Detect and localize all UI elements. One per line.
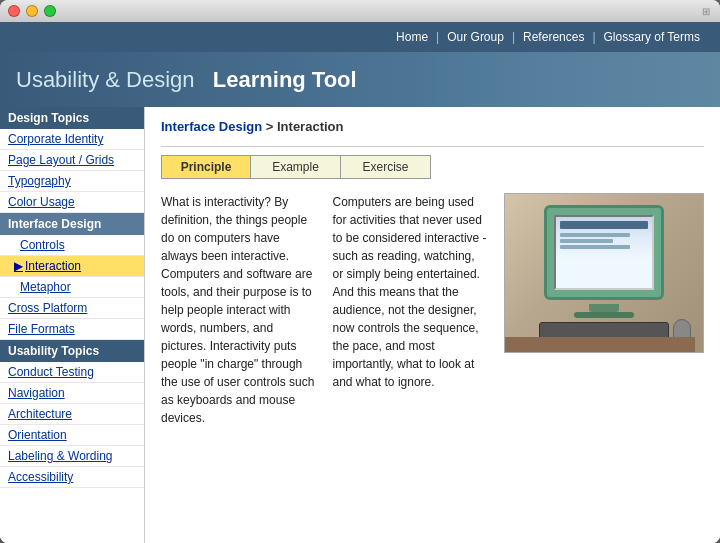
sidebar-item-conduct-testing[interactable]: Conduct Testing	[0, 362, 144, 383]
text-columns: What is interactivity? By definition, th…	[161, 193, 488, 427]
table	[505, 337, 695, 352]
close-button[interactable]	[8, 5, 20, 17]
sidebar-item-orientation[interactable]: Orientation	[0, 425, 144, 446]
sidebar-item-accessibility[interactable]: Accessibility	[0, 467, 144, 488]
breadcrumb-page: Interaction	[277, 119, 343, 134]
tabs-row: Principle Example Exercise	[161, 155, 704, 179]
screen-bar-4	[560, 245, 630, 249]
monitor-base	[574, 312, 634, 318]
site-title: Usability & Design Learning Tool	[16, 67, 357, 93]
main-layout: Design Topics Corporate Identity Page La…	[0, 107, 720, 543]
sidebar-item-cross-platform[interactable]: Cross Platform	[0, 298, 144, 319]
top-nav: Home | Our Group | References | Glossary…	[0, 22, 720, 52]
sidebar-item-typography[interactable]: Typography	[0, 171, 144, 192]
text-right: Computers are being used for activities …	[333, 193, 489, 427]
header-bg	[420, 52, 720, 107]
breadcrumb-separator: >	[266, 119, 277, 134]
title-normal: Usability & Design	[16, 67, 195, 92]
nav-home[interactable]: Home	[388, 30, 436, 44]
title-bar: ⊞	[0, 0, 720, 22]
screen-bar-2	[560, 233, 630, 237]
sidebar-item-labeling-wording[interactable]: Labeling & Wording	[0, 446, 144, 467]
screen-content	[556, 217, 652, 288]
nav-glossary[interactable]: Glossary of Terms	[596, 30, 708, 44]
computer-image	[504, 193, 704, 353]
title-bold: Learning Tool	[213, 67, 357, 92]
sidebar-item-architecture[interactable]: Architecture	[0, 404, 144, 425]
sidebar-item-controls[interactable]: Controls	[0, 235, 144, 256]
screen-bar-3	[560, 239, 613, 243]
maximize-button[interactable]	[44, 5, 56, 17]
sidebar-item-page-layout[interactable]: Page Layout / Grids	[0, 150, 144, 171]
monitor	[544, 205, 664, 300]
nav-our-group[interactable]: Our Group	[439, 30, 512, 44]
design-topics-header: Design Topics	[0, 107, 144, 129]
divider	[161, 146, 704, 147]
tab-example[interactable]: Example	[251, 155, 341, 179]
screen	[554, 215, 654, 290]
sidebar-item-color-usage[interactable]: Color Usage	[0, 192, 144, 213]
content-body: What is interactivity? By definition, th…	[161, 193, 704, 427]
breadcrumb-section[interactable]: Interface Design	[161, 119, 262, 134]
tab-exercise[interactable]: Exercise	[341, 155, 431, 179]
interface-design-header: Interface Design	[0, 213, 144, 235]
minimize-button[interactable]	[26, 5, 38, 17]
browser-window: ⊞ Home | Our Group | References | Glossa…	[0, 0, 720, 543]
screen-bar-1	[560, 221, 648, 229]
interaction-label: Interaction	[25, 259, 81, 273]
resize-handle[interactable]: ⊞	[700, 5, 712, 17]
text-left: What is interactivity? By definition, th…	[161, 193, 317, 427]
usability-topics-header: Usability Topics	[0, 340, 144, 362]
arrow-icon: ▶	[14, 259, 23, 273]
browser-content: Home | Our Group | References | Glossary…	[0, 22, 720, 543]
sidebar-item-metaphor[interactable]: Metaphor	[0, 277, 144, 298]
tab-principle[interactable]: Principle	[161, 155, 251, 179]
sidebar-item-file-formats[interactable]: File Formats	[0, 319, 144, 340]
computer-illustration	[505, 194, 703, 352]
breadcrumb: Interface Design > Interaction	[161, 119, 704, 134]
content-area: Interface Design > Interaction Principle…	[145, 107, 720, 543]
sidebar-item-navigation[interactable]: Navigation	[0, 383, 144, 404]
header: Usability & Design Learning Tool	[0, 52, 720, 107]
sidebar-item-interaction[interactable]: ▶ Interaction	[0, 256, 144, 277]
nav-references[interactable]: References	[515, 30, 592, 44]
sidebar-item-corporate-identity[interactable]: Corporate Identity	[0, 129, 144, 150]
sidebar: Design Topics Corporate Identity Page La…	[0, 107, 145, 543]
monitor-stand	[589, 304, 619, 312]
